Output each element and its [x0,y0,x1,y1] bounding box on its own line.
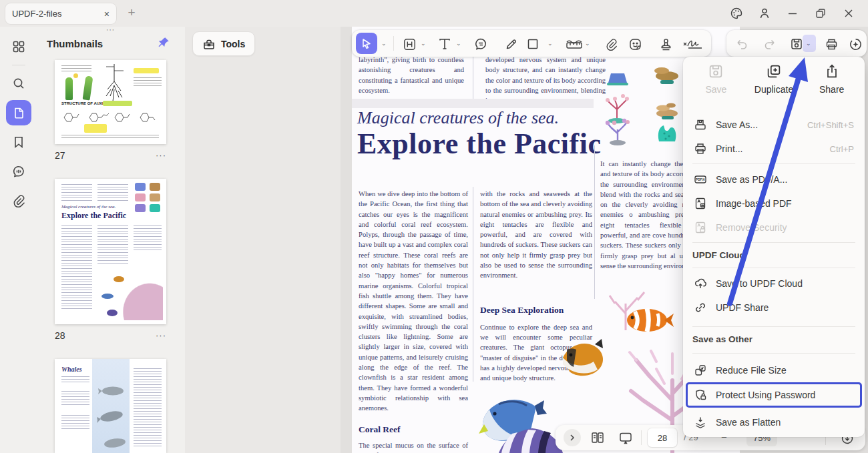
redo-button[interactable] [761,35,779,53]
pin-icon[interactable] [157,36,170,49]
file-actions-toolbar: ⌄ [726,30,867,57]
edit-tool-chevron-icon[interactable]: ⌄ [421,40,426,47]
page-number-input[interactable]: 28 [648,428,677,447]
panel-drag-handle[interactable]: ⋯ [37,27,185,35]
cursor-icon [361,37,373,49]
text-tool-chevron-icon[interactable]: ⌄ [456,40,461,47]
menu-quick-share[interactable]: Share [803,63,861,106]
menu-item-updf-share[interactable]: UPDF Share [687,296,861,320]
thumb-text-lines [61,225,92,311]
shapes-tool-chevron-icon[interactable]: ⌄ [548,40,553,47]
expand-chevron-right-icon[interactable] [564,429,581,446]
undo-button[interactable] [733,35,750,53]
menu-quick-duplicate[interactable]: Duplicate [745,63,803,106]
presentation-mode-button[interactable] [617,429,634,446]
thumb-coral-dot [135,193,146,201]
save-dropdown-chevron-icon[interactable]: ⌄ [806,40,811,47]
theme-palette-icon[interactable] [722,0,750,27]
pdfa-icon: PDF/A [694,173,707,186]
attach-file-tool-button[interactable] [602,35,620,53]
stamp-tool-button[interactable] [657,35,674,53]
measure-tool-button[interactable] [564,35,584,53]
doc-title: Explore the Pacific [357,127,602,161]
document-viewer: labyrinth", giving birth to countless as… [341,27,868,453]
restore-window-icon[interactable] [807,0,835,27]
thumbnail-page-29[interactable]: Whales [55,359,166,453]
duplicate-icon [766,63,782,79]
thumb-more-button[interactable]: ··· [144,330,166,340]
thumb-more-button[interactable]: ··· [144,150,166,160]
thumb-text-lines [61,415,89,431]
edit-tool-button[interactable] [401,35,418,53]
menu-divider [692,353,855,354]
thumb-highlight [84,124,107,133]
thumb-page-number: 27 [55,150,65,161]
two-page-view-button[interactable] [589,429,606,446]
thumb-coral-illustration [119,279,163,320]
sticker-tool-button[interactable] [626,35,644,53]
text-tool-button[interactable] [436,35,453,53]
menu-item-image-based-pdf[interactable]: Image-based PDF [687,191,861,215]
shapes-tool-button[interactable] [524,35,541,53]
thumb-text-lines [61,184,92,201]
highlighter-tool-button[interactable] [503,35,520,53]
menu-item-print[interactable]: Print... Ctrl+P [687,137,861,161]
menu-item-save-as-pdfa[interactable]: PDF/A Save as PDF/A... [687,167,861,191]
thumb-sun-dot [73,73,78,78]
thumb-fish [114,276,124,282]
title-bar: UPDF-2-files × + [0,0,868,27]
thumb-text-lines [97,225,128,266]
thumbnail-page-27[interactable]: STRUCTURE OF AUXIN [55,60,166,144]
thumb-plant-illustration [65,77,73,100]
signature-tool-button[interactable] [682,35,704,53]
thumbnails-page-icon[interactable] [6,100,31,125]
share-icon [824,63,840,79]
column-rule [473,57,473,105]
thumbnails-panel: ⋯ Thumbnails STRUCTURE OF AUXIN 27 ··· [37,27,185,453]
home-grid-icon[interactable] [6,34,31,59]
tools-panel: Tools [185,27,341,453]
select-tool-button[interactable] [356,33,377,54]
menu-item-reduce-file-size[interactable]: Reduce File Size [687,358,861,382]
thumb-title: Explore the Pacific [61,211,126,221]
print-icon [694,142,707,155]
menu-item-protect-using-password[interactable]: Protect Using Password [687,384,861,406]
ai-assistant-button[interactable] [847,35,864,53]
doc-subtitle: Magical creatures of the sea. [357,108,559,128]
bookmark-icon[interactable] [6,129,31,155]
menu-item-save-to-updf-cloud[interactable]: Save to UPDF Cloud [687,272,861,296]
new-tab-button[interactable]: + [124,5,139,20]
select-tool-chevron-icon[interactable]: ⌄ [381,40,387,47]
thumb-highlight [134,68,159,73]
doc-heading-coral-reef: Coral Reef [359,423,468,436]
account-user-icon[interactable] [750,0,779,27]
tab-close-icon[interactable]: × [104,9,110,19]
menu-item-save-as-flatten[interactable]: Save as Flatten [687,410,861,434]
shield-lock-icon [694,388,707,402]
comment-tool-button[interactable] [472,35,489,53]
panel-title: Thumbnails [47,38,103,49]
attachments-paperclip-icon[interactable] [6,188,31,213]
thumb-fish [101,294,114,299]
tools-button[interactable]: Tools [192,31,255,56]
thumbnail-page-28[interactable]: Magical creatures of the sea. Explore th… [55,179,166,324]
menu-section-save-as-other: Save as Other [692,334,752,344]
measure-tool-chevron-icon[interactable]: ⌄ [585,40,590,47]
print-button[interactable] [823,35,840,53]
close-window-icon[interactable] [835,0,863,27]
thumb-coral-dot [135,204,146,212]
search-icon[interactable] [6,71,31,96]
reduce-file-size-icon [694,364,707,377]
document-tab[interactable]: UPDF-2-files × [5,3,116,24]
menu-item-save-as[interactable]: Save As... Ctrl+Shift+S [687,113,861,137]
doc-column-1: When we dive deep into the bottom of the… [359,189,468,453]
main-toolbar: ⌄ ⌄ ⌄ [352,30,711,57]
comments-icon[interactable] [6,159,31,184]
menu-divider [692,242,855,243]
link-icon [694,301,707,314]
thumb-coral-dot [150,204,160,212]
menu-divider [692,268,855,268]
minimize-icon[interactable] [779,0,807,27]
thumb-text-lines [61,65,91,72]
shortcut-label: Ctrl+Shift+S [807,120,861,130]
